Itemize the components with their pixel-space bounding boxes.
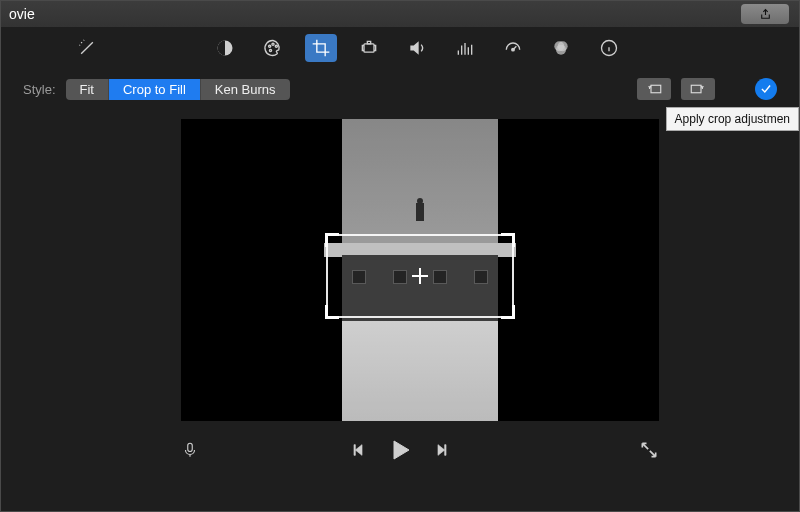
crop-style-row: Style: Fit Crop to Fill Ken Burns Apply … [1,69,799,109]
svg-rect-5 [364,44,374,52]
transport-bar [1,431,799,471]
crop-handle-br[interactable] [501,305,515,319]
play-icon [388,438,412,462]
svg-point-6 [512,48,515,51]
svg-rect-11 [651,85,661,93]
style-option-ken-burns[interactable]: Ken Burns [201,79,290,100]
viewer[interactable] [181,119,659,421]
skip-forward-icon [434,442,450,458]
svg-point-9 [556,45,566,55]
style-segmented: Fit Crop to Fill Ken Burns [66,79,290,100]
crop-icon[interactable] [305,34,337,62]
skip-back-button[interactable] [350,442,366,461]
info-icon[interactable] [593,34,625,62]
style-label: Style: [23,82,56,97]
crop-handle-tl[interactable] [325,233,339,247]
color-filter-icon[interactable] [545,34,577,62]
adjustments-toolbar [1,27,799,69]
crop-handle-tr[interactable] [501,233,515,247]
rotate-ccw-button[interactable] [637,78,671,100]
apply-crop-button[interactable] [755,78,777,100]
svg-point-2 [272,43,274,45]
fullscreen-icon [639,440,659,460]
style-option-crop-to-fill[interactable]: Crop to Fill [109,79,201,100]
stabilize-icon[interactable] [353,34,385,62]
share-icon [759,8,772,21]
apply-crop-tooltip: Apply crop adjustmen [666,107,799,131]
color-balance-icon[interactable] [209,34,241,62]
app-window: ovie [0,0,800,512]
speed-icon[interactable] [497,34,529,62]
mic-icon [181,439,199,461]
volume-icon[interactable] [401,34,433,62]
svg-rect-12 [691,85,701,93]
crop-frame[interactable] [326,234,514,318]
svg-point-1 [269,45,271,47]
rotate-ccw-icon [645,82,663,96]
svg-rect-13 [188,443,193,451]
check-icon [759,82,773,96]
play-button[interactable] [388,438,412,465]
svg-point-4 [269,49,271,51]
skip-back-icon [350,442,366,458]
color-palette-icon[interactable] [257,34,289,62]
rotate-cw-button[interactable] [681,78,715,100]
window-title: ovie [9,6,741,22]
skip-forward-button[interactable] [434,442,450,461]
crop-handle-bl[interactable] [325,305,339,319]
record-voiceover-button[interactable] [181,439,199,464]
style-option-fit[interactable]: Fit [66,79,109,100]
wand-icon[interactable] [71,34,103,62]
rotate-cw-icon [689,82,707,96]
share-button[interactable] [741,4,789,24]
svg-point-3 [275,45,277,47]
crop-center-cross [412,268,428,284]
titlebar[interactable]: ovie [1,1,799,27]
equalizer-icon[interactable] [449,34,481,62]
fullscreen-button[interactable] [639,440,659,463]
